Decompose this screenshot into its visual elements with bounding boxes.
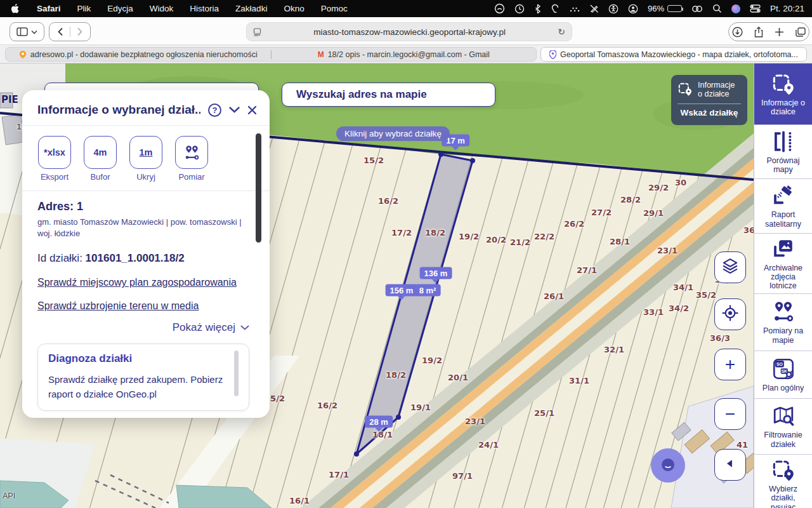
- menu-edycja[interactable]: Edycja: [99, 4, 141, 13]
- control-center-icon[interactable]: [750, 4, 761, 13]
- tab-gmail[interactable]: M 18/2 opis - marcin.legocki@gmail.com -…: [272, 50, 537, 59]
- search-address-button[interactable]: Wyszukaj adres na mapie: [282, 83, 495, 107]
- layers-button[interactable]: [714, 251, 746, 283]
- sidebar-item-archive-3[interactable]: Archiwalne zdjęcia lotnicze: [754, 234, 812, 294]
- menu-safari[interactable]: Safari: [29, 4, 69, 13]
- battery-icon: [667, 5, 682, 12]
- hearing-icon[interactable]: [551, 4, 560, 14]
- help-button[interactable]: ?: [208, 104, 221, 117]
- tool-pomiar[interactable]: Pomiar: [173, 136, 210, 182]
- parcel-label: 31/1: [569, 376, 589, 385]
- sidebar-item-label: Raport satelitarny: [757, 210, 809, 228]
- menu-clock[interactable]: Pt. 20:21: [770, 4, 804, 13]
- share-button[interactable]: [754, 27, 763, 37]
- collapse-sidebar-button[interactable]: [714, 449, 746, 481]
- tab-geoportal-active[interactable]: Geoportal Tomaszowa Mazowieckiego - mapa…: [540, 47, 807, 62]
- macos-menu-bar: SafariPlikEdycjaWidokHistoriaZakładkiOkn…: [0, 0, 812, 17]
- tab-gmail-title: 18/2 opis - marcin.legocki@gmail.com - G…: [328, 50, 490, 59]
- adresowo-favicon: [19, 51, 27, 58]
- reload-icon[interactable]: ↻: [558, 27, 565, 37]
- zoom-out-button[interactable]: −: [714, 398, 746, 430]
- menu-plik[interactable]: Plik: [69, 4, 100, 13]
- chevron-down-icon: [240, 325, 249, 331]
- time-machine-icon[interactable]: [514, 4, 525, 14]
- diagnosis-card[interactable]: Diagnoza działki Sprawdź działkę przed z…: [37, 344, 249, 411]
- tool-button[interactable]: *xlsx: [38, 136, 71, 169]
- tool-button[interactable]: 4m: [84, 136, 117, 169]
- sidebar-item-measure-4[interactable]: Pomiary na mapie: [754, 294, 812, 351]
- sidebar-item-select-7[interactable]: Wybierz działki, rysując: [754, 455, 812, 508]
- tool-eksport[interactable]: *xlsxEksport: [36, 136, 73, 182]
- street-name-label: PIE: [1, 94, 18, 105]
- locate-button[interactable]: [714, 298, 746, 330]
- measurement-badge: 28 m: [365, 416, 393, 428]
- menu-okno[interactable]: Okno: [275, 4, 312, 13]
- collapse-panel-button[interactable]: [229, 107, 240, 113]
- parcel-label: 21/2: [510, 237, 530, 247]
- tool-button[interactable]: 1m: [129, 136, 162, 169]
- spotlight-search-icon[interactable]: [712, 4, 722, 13]
- downloads-button[interactable]: [732, 27, 743, 37]
- card-scrollbar[interactable]: [234, 351, 239, 396]
- parcel-label: 26/2: [564, 219, 584, 229]
- screen: SafariPlikEdycjaWidokHistoriaZakładkiOkn…: [0, 0, 812, 508]
- menu-zakładki[interactable]: Zakładki: [227, 4, 275, 13]
- parcel-id-label: Id działki:: [37, 252, 82, 264]
- hover-panel-action[interactable]: Wskaż działkę: [678, 108, 741, 117]
- parcel-label: 34/2: [669, 304, 689, 313]
- tab-adresowo[interactable]: adresowo.pl - dodawanie bezpłatnego ogło…: [6, 50, 271, 59]
- svg-text:SO: SO: [776, 362, 783, 366]
- accessibility-icon[interactable]: [608, 4, 619, 14]
- toolbar-right-cluster: [728, 22, 809, 41]
- creative-cloud-icon[interactable]: [494, 3, 505, 14]
- diagnosis-text: Sprawdź działkę przed zakupem. Pobierz r…: [48, 373, 226, 401]
- keyboard-dots-icon[interactable]: [570, 5, 580, 13]
- sidebar-item-satellite-2[interactable]: Raport satelitarny: [754, 179, 812, 234]
- sidebar-toggle-button[interactable]: [10, 22, 44, 41]
- parcel-label: 17/1: [329, 470, 349, 479]
- sidebar-item-select-0[interactable]: Informacje o działce: [754, 64, 812, 125]
- menu-widok[interactable]: Widok: [141, 4, 182, 13]
- sidebar-item-compare-1[interactable]: Porównaj mapy: [754, 125, 812, 179]
- panel-title: Informacje o wybranej dział...: [37, 103, 200, 117]
- parcel-label: 15/2: [363, 156, 384, 165]
- panel-scrollbar[interactable]: [256, 133, 261, 243]
- tool-bufor[interactable]: 4mBufor: [82, 136, 119, 182]
- tab-bar: adresowo.pl - dodawanie bezpłatnego ogło…: [0, 45, 812, 64]
- parcel-label: 41: [737, 440, 748, 450]
- measurement-badge: 156 m: [386, 284, 418, 297]
- tool-button[interactable]: [175, 136, 208, 169]
- safari-toolbar: miasto-tomaszow-mazowiecki.geoportal-kra…: [0, 17, 812, 45]
- zoning-plan-link[interactable]: Sprawdź miejscowy plan zagospodarowania: [37, 277, 254, 288]
- stylus-off-icon[interactable]: [589, 4, 599, 13]
- bluetooth-icon[interactable]: [534, 4, 541, 14]
- new-tab-button[interactable]: [775, 27, 784, 37]
- apple-logo-icon[interactable]: [10, 3, 20, 14]
- address-bar[interactable]: miasto-tomaszow-mazowiecki.geoportal-kra…: [246, 22, 572, 41]
- sidebar-item-plan-5[interactable]: SOSKPlan ogólny: [754, 351, 812, 399]
- menu-pomoc[interactable]: Pomoc: [313, 4, 356, 13]
- zoom-in-button[interactable]: +: [714, 349, 746, 380]
- reader-icon[interactable]: [253, 28, 261, 36]
- parcel-label: 19/2: [459, 232, 479, 241]
- show-more-button[interactable]: Pokaż więcej: [37, 321, 254, 334]
- siri-icon[interactable]: [731, 4, 740, 13]
- tab-overview-button[interactable]: [796, 27, 806, 37]
- address-subtitle: gm. miasto Tomaszów Mazowiecki | pow. to…: [37, 217, 247, 239]
- parcel-label: 29/1: [643, 208, 664, 218]
- back-button[interactable]: [57, 27, 63, 36]
- status-icons: 96% Pt. 20:21: [494, 3, 812, 14]
- chat-widget-button[interactable]: [651, 448, 685, 483]
- tool-ukryj[interactable]: 1mUkryj: [128, 136, 164, 182]
- chevron-down-icon: [31, 30, 37, 34]
- battery-indicator[interactable]: 96%: [648, 4, 682, 13]
- close-panel-button[interactable]: [247, 105, 257, 115]
- sidebar-item-filter-6[interactable]: Filtrowanie działek: [754, 399, 812, 455]
- user-account-icon[interactable]: [628, 4, 638, 14]
- forward-button[interactable]: [77, 27, 83, 36]
- menu-historia[interactable]: Historia: [181, 4, 227, 13]
- parcel-info-hover-panel[interactable]: Informacje o działce Wskaż działkę: [671, 75, 747, 125]
- sidebar-item-label: Informacje o działce: [757, 98, 809, 116]
- utilities-link[interactable]: Sprawdź uzbrojenie terenu w media: [37, 300, 254, 312]
- handoff-link-icon[interactable]: [691, 5, 703, 13]
